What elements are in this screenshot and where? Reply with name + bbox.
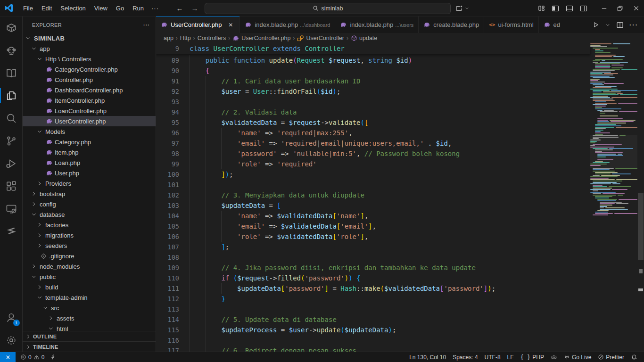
encoding[interactable]: UTF-8 (482, 352, 504, 362)
breadcrumb-usercontroller-php[interactable]: UserController.php (232, 35, 290, 42)
container-icon[interactable] (0, 16, 23, 39)
line-number[interactable]: 103 (156, 200, 190, 211)
prettier[interactable]: Prettier (595, 352, 627, 362)
run-button[interactable] (592, 21, 599, 28)
line-number[interactable]: 102 (156, 190, 190, 200)
line-number[interactable]: 94 (156, 107, 190, 117)
tree-item-html[interactable]: html (23, 323, 156, 331)
toggle-primary-sidebar-button[interactable] (552, 5, 559, 12)
explorer-more-actions-button[interactable]: ··· (143, 22, 150, 28)
remote-indicator-button[interactable] (0, 352, 16, 362)
line-number[interactable]: 90 (156, 66, 190, 76)
language-mode[interactable]: { }PHP (518, 352, 547, 362)
run-debug-icon[interactable] (0, 152, 23, 175)
line-number[interactable]: 105 (156, 221, 190, 231)
customize-layout-button[interactable] (538, 5, 545, 12)
tree-item-bootstrap[interactable]: bootstrap (23, 189, 156, 199)
tab-ed[interactable]: ed (539, 16, 565, 33)
tab-create-blade-php[interactable]: create.blade.php (419, 16, 484, 33)
split-editor-button[interactable] (616, 21, 624, 29)
toggle-secondary-sidebar-button[interactable] (580, 5, 587, 12)
copilot-status[interactable] (548, 352, 560, 362)
close-tab-icon[interactable]: ✕ (226, 21, 235, 29)
tree-root-siminlab[interactable]: SIMINLAB (23, 33, 156, 43)
tree-item-loancontroller-php[interactable]: LoanController.php (23, 106, 156, 116)
section-outline[interactable]: OUTLINE (23, 331, 156, 341)
extensions-icon[interactable] (0, 175, 23, 197)
tab-index-blade-php-dashboard[interactable]: index.blade.php...\dashboard (240, 16, 335, 33)
line-number[interactable]: 104 (156, 211, 190, 221)
tree-item-public[interactable]: public (23, 272, 156, 282)
eol[interactable]: LF (504, 352, 517, 362)
line-number[interactable]: 106 (156, 231, 190, 242)
go-live[interactable]: Go Live (561, 352, 594, 362)
line-number[interactable]: 108 (156, 252, 190, 263)
line-number[interactable]: 110 (156, 273, 190, 283)
breadcrumb-app[interactable]: app (164, 35, 173, 41)
line-number[interactable]: 97 (156, 138, 190, 148)
line-number[interactable]: 92 (156, 86, 190, 97)
notifications[interactable] (628, 352, 640, 362)
explorer-icon[interactable] (0, 84, 23, 107)
lightning-status-icon[interactable] (47, 352, 58, 362)
line-number[interactable]: 9 (156, 43, 190, 54)
line-number[interactable]: 96 (156, 128, 190, 138)
search-icon[interactable] (0, 107, 23, 130)
line-number[interactable]: 89 (156, 55, 190, 66)
scrollbar-thumb[interactable] (638, 193, 644, 260)
line-number[interactable]: 115 (156, 325, 190, 335)
menu-view[interactable]: View (91, 3, 111, 13)
tab-ui-forms-html[interactable]: <>ui-forms.html (484, 16, 538, 33)
line-number[interactable]: 114 (156, 314, 190, 325)
tree-item-factories[interactable]: factories (23, 220, 156, 230)
tab-index-blade-php-users[interactable]: index.blade.php...\users (335, 16, 419, 33)
accounts-icon[interactable]: 1 (0, 306, 23, 329)
s-extension-icon[interactable] (0, 220, 23, 243)
breadcrumb-http[interactable]: Http (180, 35, 191, 41)
tree-item-build[interactable]: build (23, 282, 156, 292)
tree-item-item-php[interactable]: Item.php (23, 147, 156, 157)
line-number[interactable]: 112 (156, 294, 190, 304)
line-number[interactable]: 113 (156, 304, 190, 314)
line-number[interactable]: 107 (156, 242, 190, 252)
tree-item-dashboardcontroller-php[interactable]: DashboardController.php (23, 85, 156, 95)
line-number[interactable]: 116 (156, 335, 190, 346)
tree-item-seeders[interactable]: seeders (23, 240, 156, 251)
problems-status[interactable]: 0 0 (17, 352, 47, 362)
tree-item-categorycontroller-php[interactable]: CategoryController.php (23, 64, 156, 74)
breadcrumb-usercontroller[interactable]: UserController (297, 35, 344, 42)
tree-item-migrations[interactable]: migrations (23, 230, 156, 240)
tree-item-controller-php[interactable]: Controller.php (23, 74, 156, 85)
line-number[interactable]: 91 (156, 76, 190, 86)
indentation[interactable]: Spaces: 4 (450, 352, 480, 362)
editor-more-actions-button[interactable]: ··· (629, 21, 638, 28)
line-number[interactable]: 111 (156, 283, 190, 294)
line-number[interactable]: 99 (156, 159, 190, 169)
vertical-scrollbar[interactable] (637, 43, 644, 352)
run-dropdown-chevron-icon[interactable] (605, 22, 611, 28)
tree-item-gitignore[interactable]: .gitignore (23, 251, 156, 261)
tree-item-template-admin[interactable]: template-admin (23, 292, 156, 303)
tree-item-usercontroller-php[interactable]: UserController.php (23, 116, 156, 126)
menu-overflow[interactable]: ··· (148, 3, 163, 13)
close-window-button[interactable] (628, 0, 644, 16)
tab-usercontroller-php[interactable]: UserController.php✕ (156, 16, 240, 33)
code-editor[interactable]: 9class UserController extends Controller… (156, 43, 644, 352)
book-icon[interactable] (0, 62, 23, 84)
line-number[interactable]: 109 (156, 263, 190, 273)
tree-item-loan-php[interactable]: Loan.php (23, 157, 156, 168)
tree-item-assets[interactable]: assets (23, 313, 156, 323)
tree-item-node-modules[interactable]: node_modules (23, 261, 156, 272)
minimap[interactable] (590, 43, 637, 216)
breadcrumb-update[interactable]: update (351, 35, 377, 41)
tree-item-http-controllers[interactable]: Http \ Controllers (23, 54, 156, 64)
line-number[interactable]: 98 (156, 148, 190, 159)
menu-selection[interactable]: Selection (57, 3, 89, 13)
nav-back-button[interactable]: ← (174, 4, 185, 12)
tree-item-app[interactable]: app (23, 43, 156, 54)
tree-item-category-php[interactable]: Category.php (23, 137, 156, 147)
minimize-button[interactable] (596, 0, 612, 16)
line-number[interactable]: 101 (156, 180, 190, 190)
copilot-menu-button[interactable] (455, 5, 470, 12)
nav-forward-button[interactable]: → (190, 4, 200, 12)
